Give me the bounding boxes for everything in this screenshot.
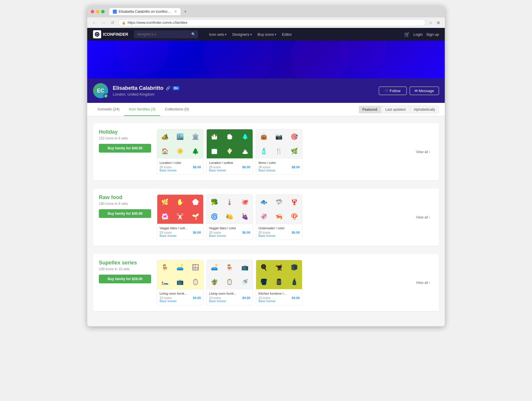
icon-set-price: $6.00 — [292, 231, 300, 234]
icon-set-card[interactable]: 🌿 ✋ 🌸 🌺 ✂️ 🌱 Veggie bites / outl... — [157, 194, 203, 240]
icon-set-thumbnail: 🐟 🦈 🦞 🦑 🦐 🍄 — [256, 195, 302, 224]
circle-decoration — [116, 41, 169, 76]
maximize-dot[interactable] — [101, 10, 105, 13]
icon-cell: 🍄 — [287, 209, 302, 224]
icon-set-card[interactable]: 🛋️ 🪑 📺 🪴 🪞 🚿 Living room furnit... — [206, 260, 253, 305]
minimize-dot[interactable] — [96, 10, 99, 13]
icon-cell: 🪞 — [188, 275, 203, 289]
icon-cell: 📺 — [173, 275, 188, 289]
icon-set-card[interactable]: 🏰 🏠 🌲 🏢 🌵 ⛰️ Location / outline 20 — [206, 129, 253, 175]
view-all-supellex-button[interactable]: View all › — [413, 281, 433, 285]
icon-set-card[interactable]: 👜 📷 🎯 🧴 🍴 🌿 Items / color 36 icon — [256, 129, 302, 175]
icon-cell: 🛋️ — [207, 260, 222, 275]
follow-button[interactable]: ♡ Follow — [379, 87, 406, 95]
icon-set-card[interactable]: 🏕️ 🏙️ 🏛️ 🏠 ☀️ 🌲 Location / color 2 — [157, 129, 203, 175]
cart-icon[interactable]: 🛒 — [404, 32, 410, 37]
icon-cell: 🥦 — [207, 195, 222, 209]
icon-set-meta: 10 icons $4.00 — [258, 296, 300, 300]
circle-decoration — [203, 41, 273, 78]
link-icon[interactable]: 🔗 — [166, 86, 170, 90]
tab-close-icon[interactable]: ✕ — [174, 10, 177, 14]
close-dot[interactable] — [91, 10, 94, 13]
profile-location: London, United Kingdom — [113, 92, 374, 96]
icon-set-license: Basic license — [160, 169, 201, 172]
refresh-button[interactable]: ↺ — [109, 20, 116, 26]
icon-set-meta: 36 icons $8.00 — [258, 165, 300, 169]
family-supellex-header: Supellex series 100 icons in 10 sets Buy… — [99, 260, 433, 305]
buy-raw-food-button[interactable]: Buy family for $45.00 — [99, 209, 151, 218]
behance-badge[interactable]: Bē — [173, 86, 179, 90]
view-all-raw-food-button[interactable]: View all › — [413, 215, 433, 219]
new-tab-button[interactable]: + — [184, 9, 187, 14]
icon-cell: 🎯 — [287, 129, 302, 144]
family-raw-food-title: Raw food — [99, 194, 151, 201]
icon-set-license: Basic license — [258, 300, 300, 303]
icon-set-name: Kitchen furniture /... — [258, 292, 300, 295]
icon-cell: 🦐 — [272, 209, 287, 224]
icon-cell: 🏠 — [222, 129, 238, 144]
profile-info: Elisabetta Calabritto 🔗 Bē London, Unite… — [113, 85, 374, 96]
sort-alphabetically-button[interactable]: Alphabetically — [410, 106, 439, 113]
svg-point-0 — [95, 32, 99, 37]
icon-set-price: $6.00 — [193, 165, 201, 169]
icon-cell: 🍴 — [272, 144, 287, 158]
sort-last-updated-button[interactable]: Last updated — [382, 106, 409, 113]
icon-cell: 🦑 — [256, 209, 272, 224]
address-bar[interactable]: 🔒 https://www.iconfinder.com/e.c/familie… — [118, 19, 426, 26]
nav-item-iconsets[interactable]: Icon sets ▾ — [207, 31, 229, 38]
icon-cell: 🌱 — [188, 209, 203, 224]
icon-set-card[interactable]: 🍳 🫕 🧊 🪣 🫙 🧴 Kitchen furniture /... — [256, 260, 302, 305]
family-supellex: Supellex series 100 icons in 10 sets Buy… — [93, 254, 439, 311]
nav-item-buy-icons[interactable]: Buy icons ▾ — [255, 31, 279, 38]
icon-set-card[interactable]: 🐟 🦈 🦞 🦑 🦐 🍄 Underwater / color 20 — [256, 194, 302, 240]
buy-supellex-button[interactable]: Buy family for $28.00 — [99, 275, 151, 283]
sort-featured-button[interactable]: Featured — [359, 106, 381, 113]
family-holiday-title: Holiday — [99, 129, 151, 135]
login-button[interactable]: Login — [413, 32, 423, 37]
supellex-sets-grid: 🪑 🛋️ 🪟 🛏️ 📺 🪞 Living room furnit... — [157, 260, 407, 305]
icon-cell: 🌿 — [287, 144, 302, 158]
icon-cell: ☀️ — [173, 144, 188, 158]
sort-options: Featured Last updated Alphabetically — [359, 106, 439, 113]
forward-button[interactable]: → — [100, 20, 107, 26]
browser-tab[interactable]: Elisabetta Calabritto on Iconfinc... ✕ — [109, 8, 181, 15]
icon-set-price: $6.00 — [193, 231, 201, 234]
hero-banner — [87, 41, 445, 78]
search-icon[interactable]: 🔍 — [191, 32, 196, 36]
signup-button[interactable]: Sign up — [426, 32, 439, 37]
extensions-icon[interactable]: ⚙ — [435, 20, 441, 26]
icon-set-card[interactable]: 🥦 🌡️ 🐙 🌀 🍋 🍇 Veggie bites / color — [206, 194, 253, 240]
icon-set-license: Basic license — [160, 300, 201, 303]
icon-cell: 🌲 — [237, 129, 253, 144]
nav-item-editor[interactable]: Editor — [280, 31, 294, 38]
buy-holiday-button[interactable]: Buy family for $40.00 — [99, 144, 151, 153]
ssl-lock-icon: 🔒 — [122, 21, 126, 25]
logo-icon — [93, 30, 101, 38]
star-icon[interactable]: ☆ — [428, 20, 434, 26]
message-button[interactable]: ✉ Message — [410, 87, 439, 95]
icon-set-meta: 10 icons $4.00 — [209, 296, 250, 300]
icon-set-price: $8.00 — [292, 165, 300, 169]
logo[interactable]: ICONFINDER — [93, 30, 128, 38]
back-button[interactable]: ← — [91, 20, 98, 26]
tab-iconsets[interactable]: Iconsets (24) — [93, 103, 124, 116]
url-text: https://www.iconfinder.com/e.c/families — [128, 21, 422, 25]
chevron-down-icon: ▾ — [250, 33, 252, 36]
icon-set-count: 25 icons — [209, 231, 221, 234]
icon-set-count: 20 icons — [209, 165, 221, 169]
tab-icon-families[interactable]: Icon families (3) — [124, 103, 160, 116]
tab-collections[interactable]: Collections (0) — [160, 103, 194, 116]
icon-set-license: Basic license — [258, 169, 300, 172]
icon-set-meta: 20 icons $6.00 — [160, 165, 201, 169]
nav-item-designers[interactable]: Designers ▾ — [230, 31, 254, 38]
family-supellex-info: 100 icons in 10 sets — [99, 267, 151, 271]
chevron-right-icon: › — [429, 215, 430, 219]
hero-decoration — [87, 41, 445, 78]
iconfinder-logo-svg — [94, 32, 100, 37]
chevron-down-icon: ▾ — [225, 33, 226, 36]
icon-set-card[interactable]: 🪑 🛋️ 🪟 🛏️ 📺 🪞 Living room furnit... — [157, 260, 203, 305]
view-all-holiday-button[interactable]: View all › — [413, 150, 433, 154]
search-input[interactable] — [134, 31, 198, 38]
profile-name-row: Elisabetta Calabritto 🔗 Bē — [113, 85, 374, 91]
family-holiday-header: Holiday 152 icons in 6 sets Buy family f… — [99, 129, 433, 175]
